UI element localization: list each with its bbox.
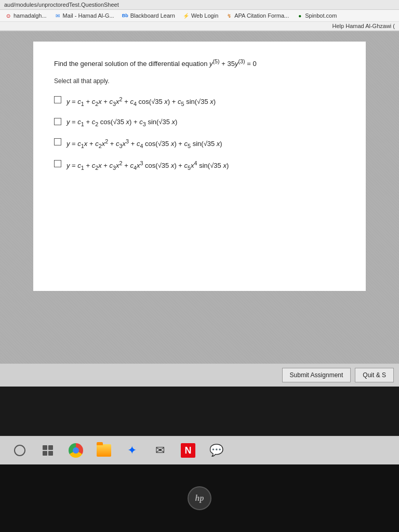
bookmark-hamadalgh-label: hamadalgh... [14,12,47,19]
windows-start-button[interactable] [10,441,29,460]
checkbox-4[interactable] [54,160,61,167]
option-2-math: y = c1 + c2 cos(√35 x) + c3 sin(√35 x) [66,117,177,129]
main-content-area: Find the general solution of the differe… [0,31,399,364]
whatsapp-icon: 💬 [209,443,223,458]
folder-icon [97,444,111,457]
spinbot-icon: ● [296,12,303,19]
bookmark-hamadalgh[interactable]: ⊙ hamadalgh... [3,11,48,20]
bookmark-mail[interactable]: ✉ Mail - Hamad Al-G... [52,11,116,20]
windows-circle-icon [14,445,25,456]
mail-taskbar-icon: ✉ [153,443,167,458]
bookmark-mail-label: Mail - Hamad Al-G... [63,12,114,19]
grid-icon [43,445,53,456]
checkbox-2[interactable] [54,118,61,125]
question-card: Find the general solution of the differe… [33,42,366,291]
answer-option-3: y = c1x + c2x2 + c3x3 + c4 cos(√35 x) + … [54,137,345,151]
submit-area: Submit Assignment Quit & S [0,364,399,387]
quit-save-button[interactable]: Quit & S [355,368,394,382]
address-bar[interactable]: aud/modules/unproctoredTest.QuestionShee… [0,0,399,10]
hp-brand-text: hp [188,486,211,510]
bookmark-apa[interactable]: ↯ APA Citation Forma... [224,11,290,20]
bookmark-apa-label: APA Citation Forma... [234,12,289,19]
chrome-button[interactable] [66,441,85,460]
whatsapp-button[interactable]: 💬 [207,441,225,460]
browser-chrome: aud/modules/unproctoredTest.QuestionShee… [0,0,399,31]
hamadalgh-icon: ⊙ [5,12,12,19]
bookmark-spinbot-label: Spinbot.com [305,12,337,19]
dropbox-button[interactable]: ✦ [123,441,141,460]
submit-assignment-button[interactable]: Submit Assignment [282,368,351,382]
option-4-math: y = c1 + c2x + c3x2 + c4x3 cos(√35 x) + … [66,159,229,172]
netflix-button[interactable]: N [179,441,197,460]
bookmark-weblogin[interactable]: ⚡ Web Login [181,11,220,20]
select-all-instruction: Select all that apply. [54,77,345,85]
dropbox-icon: ✦ [125,443,139,458]
bookmarks-bar: ⊙ hamadalgh... ✉ Mail - Hamad Al-G... Bb… [0,10,399,22]
answer-options-list: y = c1 + c2x + c3x2 + c4 cos(√35 x) + c5… [54,95,345,173]
option-3-math: y = c1x + c2x2 + c3x3 + c4 cos(√35 x) + … [66,137,222,151]
help-text: Help Hamad Al-Ghzawi ( [332,23,395,29]
answer-option-4: y = c1 + c2x + c3x2 + c4x3 cos(√35 x) + … [54,159,345,172]
file-manager-button[interactable] [95,441,113,460]
apa-icon: ↯ [225,12,233,19]
option-1-math: y = c1 + c2x + c3x2 + c4 cos(√35 x) + c5… [66,95,216,109]
question-text: Find the general solution of the differe… [54,57,345,69]
blackboard-icon: Bb [122,12,129,19]
taskbar: ✦ ✉ N 💬 [0,436,399,464]
help-bar: Help Hamad Al-Ghzawi ( [0,22,399,31]
answer-option-2: y = c1 + c2 cos(√35 x) + c3 sin(√35 x) [54,117,345,129]
laptop-bottom-bezel: hp [0,464,399,532]
mail-button[interactable]: ✉ [151,441,169,460]
bookmark-blackboard-label: Blackboard Learn [130,12,175,19]
answer-option-1: y = c1 + c2x + c3x2 + c4 cos(√35 x) + c5… [54,95,345,109]
task-view-button[interactable] [38,441,57,460]
bookmark-spinbot[interactable]: ● Spinbot.com [295,11,338,20]
url-text: aud/modules/unproctoredTest.QuestionShee… [4,2,119,8]
weblogin-icon: ⚡ [182,12,190,19]
bookmark-blackboard[interactable]: Bb Blackboard Learn [120,11,177,20]
netflix-icon: N [181,443,195,458]
checkbox-1[interactable] [54,96,61,103]
bookmark-weblogin-label: Web Login [191,12,218,19]
checkbox-3[interactable] [54,138,61,145]
equation-display: y(5) + 35y(3) = 0 [209,60,257,68]
chrome-icon [69,443,83,458]
mail-icon: ✉ [54,12,61,19]
hp-logo: hp [187,485,212,511]
